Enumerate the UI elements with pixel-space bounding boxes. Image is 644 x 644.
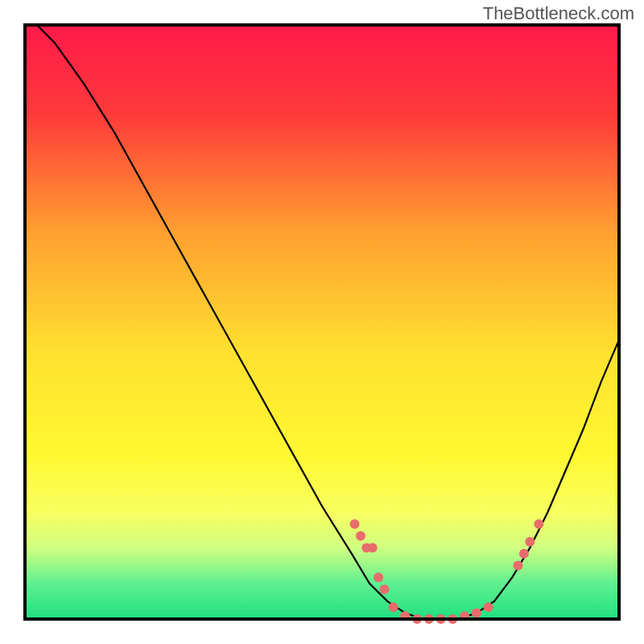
data-point bbox=[472, 609, 481, 618]
data-point bbox=[534, 519, 543, 529]
data-point bbox=[356, 531, 365, 541]
data-point bbox=[525, 537, 535, 547]
data-point bbox=[484, 602, 493, 612]
data-point bbox=[519, 549, 529, 559]
data-point bbox=[350, 519, 360, 529]
data-point bbox=[380, 584, 390, 594]
data-point bbox=[368, 543, 378, 552]
data-point bbox=[514, 561, 523, 571]
watermark-text: TheBottleneck.com bbox=[483, 3, 634, 24]
plot-background bbox=[25, 25, 619, 619]
bottleneck-chart bbox=[0, 0, 644, 644]
chart-container: { "watermark": "TheBottleneck.com", "cha… bbox=[0, 0, 644, 644]
data-point bbox=[374, 572, 383, 582]
data-point bbox=[389, 602, 398, 612]
